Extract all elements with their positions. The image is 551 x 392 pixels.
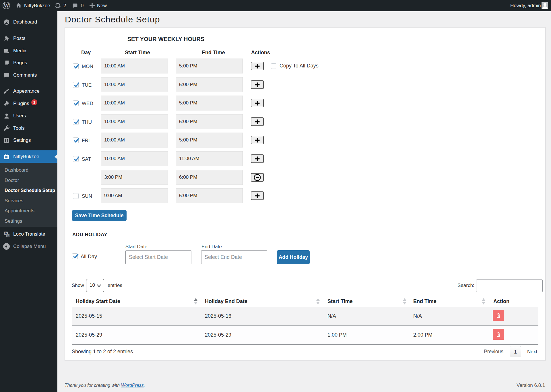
svg-text:文: 文 [7, 234, 9, 237]
